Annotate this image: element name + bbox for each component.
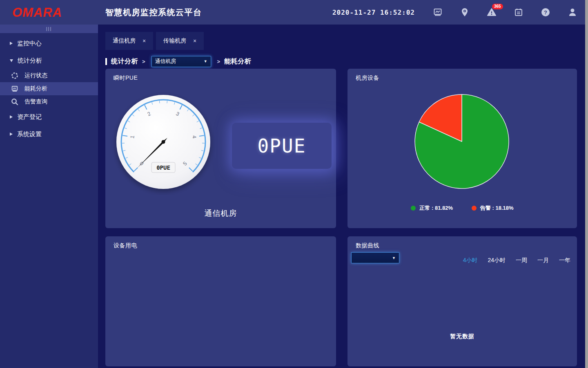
close-icon[interactable]: × bbox=[143, 38, 146, 44]
top-header: OMARA 智慧机房监控系统云平台 2020-11-27 16:52:02 bbox=[0, 0, 585, 25]
alarm-warning-icon[interactable]: 365 bbox=[487, 7, 497, 17]
tab-label: 通信机房 bbox=[113, 37, 136, 45]
open-tabs: 通信机房 × 传输机房 × bbox=[105, 32, 204, 50]
chevron-down-icon: ▼ bbox=[204, 59, 207, 63]
search-icon bbox=[11, 98, 18, 105]
panel-title: 数据曲线 bbox=[356, 242, 379, 249]
datetime-display: 2020-11-27 16:52:02 bbox=[332, 9, 415, 16]
breadcrumb-root: 统计分析 bbox=[111, 57, 138, 66]
sidebar-item-alarm-query[interactable]: 告警查询 bbox=[0, 95, 98, 108]
sidebar-item-label: 告警查询 bbox=[24, 98, 47, 105]
legend-dot-alarm bbox=[472, 206, 477, 211]
breadcrumb-marker bbox=[105, 58, 107, 65]
breadcrumb-leaf: 能耗分析 bbox=[224, 57, 251, 66]
legend-dot-normal bbox=[411, 206, 416, 211]
svg-text:?: ? bbox=[544, 9, 547, 16]
chevron-down-icon: ▼ bbox=[392, 256, 396, 260]
breadcrumb-separator: > bbox=[217, 58, 220, 65]
page-title: 智慧机房监控系统云平台 bbox=[105, 7, 202, 18]
curve-metric-select[interactable]: ▼ bbox=[351, 252, 399, 263]
help-icon[interactable]: ? bbox=[541, 7, 550, 17]
pie-legend: 正常 : 81.82% 告警 : 18.18% bbox=[347, 204, 577, 212]
pue-value-box: 0PUE bbox=[232, 123, 332, 169]
room-select[interactable]: 通信机房 ▼ bbox=[151, 56, 211, 67]
sidebar-item-energy-analysis[interactable]: 能耗分析 bbox=[0, 82, 98, 95]
device-status-pie-chart bbox=[405, 84, 519, 199]
close-icon[interactable]: × bbox=[193, 38, 196, 44]
range-month[interactable]: 一月 bbox=[537, 257, 549, 264]
user-icon[interactable] bbox=[568, 7, 577, 17]
breadcrumb-separator: > bbox=[142, 58, 145, 65]
chevron-right-icon bbox=[10, 42, 13, 45]
sidebar-collapse-handle[interactable]: ||| bbox=[0, 25, 98, 33]
tab-transfer-room[interactable]: 传输机房 × bbox=[156, 32, 204, 50]
legend-item-alarm: 告警 : 18.18% bbox=[472, 204, 514, 212]
sidebar-item-label: 监控中心 bbox=[17, 40, 42, 47]
pue-gauge-chart: 0123450PUE bbox=[110, 89, 216, 195]
breadcrumb: 统计分析 > 通信机房 ▼ > 能耗分析 bbox=[105, 56, 251, 67]
chevron-right-icon bbox=[10, 132, 13, 136]
app-root: OMARA 智慧机房监控系统云平台 2020-11-27 16:52:02 bbox=[0, 0, 588, 368]
room-name-label: 通信机房 bbox=[105, 208, 336, 219]
panel-title: 瞬时PUE bbox=[114, 74, 138, 82]
sidebar-item-system-settings[interactable]: 系统设置 bbox=[0, 126, 98, 143]
chevron-right-icon bbox=[10, 115, 13, 119]
range-week[interactable]: 一周 bbox=[516, 257, 527, 264]
header-toolbar: 2020-11-27 16:52:02 bbox=[332, 0, 577, 25]
sidebar-item-monitor-center[interactable]: 监控中心 bbox=[0, 35, 98, 52]
status-ring-icon bbox=[11, 72, 18, 79]
main-content: 通信机房 × 传输机房 × 统计分析 > 通信机房 ▼ > 能耗分析 瞬时PUE bbox=[98, 25, 585, 368]
calendar-icon[interactable] bbox=[514, 7, 523, 17]
tab-comm-room[interactable]: 通信机房 × bbox=[105, 32, 153, 50]
vertical-scrollbar[interactable] bbox=[585, 0, 588, 368]
panel-data-curve: 数据曲线 ▼ 4小时 24小时 一周 一月 一年 暂无数据 bbox=[347, 236, 577, 366]
room-select-value: 通信机房 bbox=[155, 58, 176, 65]
alarm-count-badge: 365 bbox=[492, 4, 503, 9]
panel-instant-pue: 瞬时PUE 0123450PUE 0PUE 通信机房 bbox=[105, 69, 336, 228]
range-24h[interactable]: 24小时 bbox=[488, 257, 506, 264]
legend-item-normal: 正常 : 81.82% bbox=[411, 204, 453, 212]
panel-title: 机房设备 bbox=[356, 74, 379, 82]
monitor-chart-icon[interactable] bbox=[433, 7, 443, 17]
location-pin-icon[interactable] bbox=[460, 7, 470, 17]
omara-logo: OMARA bbox=[12, 5, 62, 20]
energy-chart-icon bbox=[11, 85, 18, 92]
sidebar-item-running-status[interactable]: 运行状态 bbox=[0, 69, 98, 82]
sidebar-item-label: 系统设置 bbox=[17, 130, 42, 138]
sidebar-item-label: 资产登记 bbox=[17, 113, 42, 121]
sidebar-item-asset-register[interactable]: 资产登记 bbox=[0, 108, 98, 126]
sidebar-nav: 监控中心 统计分析 运行状态 bbox=[0, 33, 98, 143]
sidebar-item-label: 统计分析 bbox=[18, 57, 42, 65]
pue-value-text: 0PUE bbox=[258, 135, 306, 157]
range-year[interactable]: 一年 bbox=[559, 257, 570, 264]
sidebar: ||| 监控中心 统计分析 运行状态 bbox=[0, 25, 98, 368]
sidebar-item-label: 能耗分析 bbox=[24, 85, 47, 92]
panel-title: 设备用电 bbox=[114, 242, 137, 249]
panel-device-power: 设备用电 bbox=[105, 236, 336, 366]
tab-label: 传输机房 bbox=[163, 37, 186, 45]
svg-text:0PUE: 0PUE bbox=[156, 164, 170, 171]
time-range-switch: 4小时 24小时 一周 一月 一年 bbox=[463, 257, 570, 264]
sidebar-item-statistics[interactable]: 统计分析 bbox=[0, 52, 98, 69]
sidebar-item-label: 运行状态 bbox=[24, 72, 47, 79]
no-data-text: 暂无数据 bbox=[347, 333, 577, 340]
range-4h[interactable]: 4小时 bbox=[463, 257, 478, 264]
legend-label: 正常 : 81.82% bbox=[419, 204, 453, 212]
panel-room-devices: 机房设备 正常 : 81.82% 告警 : 18.18% bbox=[347, 69, 577, 228]
legend-label: 告警 : 18.18% bbox=[480, 204, 514, 212]
chevron-down-icon bbox=[10, 59, 13, 62]
